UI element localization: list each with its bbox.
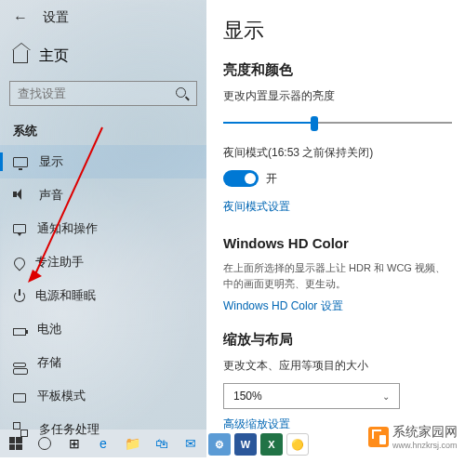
hdcolor-link[interactable]: Windows HD Color 设置 [223, 298, 452, 314]
nav-label: 显示 [39, 153, 63, 170]
nav-sound[interactable]: 声音 [0, 178, 206, 212]
watermark-logo-icon [368, 427, 389, 447]
chevron-down-icon: ⌄ [382, 391, 390, 402]
nav-notifications[interactable]: 通知和操作 [0, 212, 206, 245]
watermark-url: www.hnzkrsj.com [392, 441, 458, 450]
window-title: 设置 [43, 9, 69, 26]
category-heading: 系统 [0, 113, 206, 145]
scale-value: 150% [233, 390, 262, 403]
nav-display[interactable]: 显示 [0, 145, 206, 178]
tablet-icon [13, 393, 26, 403]
storage-icon [13, 363, 26, 367]
power-icon [14, 291, 25, 302]
notify-icon [13, 224, 26, 233]
settings-app-icon[interactable]: ⚙ [208, 433, 231, 456]
main-content: 显示 亮度和颜色 更改内置显示器的亮度 夜间模式(16:53 之前保持关闭) 开… [206, 0, 465, 448]
nightlight-toggle[interactable]: 开 [223, 170, 277, 187]
search-box[interactable] [9, 81, 197, 106]
nav-label: 电池 [37, 321, 61, 337]
scale-label: 更改文本、应用等项目的大小 [223, 358, 452, 374]
home-nav[interactable]: 主页 [0, 39, 206, 73]
page-title: 显示 [223, 17, 452, 45]
nav-label: 电源和睡眠 [35, 287, 96, 304]
scale-heading: 缩放与布局 [223, 331, 452, 349]
home-label: 主页 [39, 46, 69, 66]
nav-power[interactable]: 电源和睡眠 [0, 279, 206, 312]
nav-storage[interactable]: 存储 [0, 346, 206, 379]
focus-icon [12, 256, 28, 271]
nav-multitask[interactable]: 多任务处理 [0, 413, 206, 446]
home-icon [13, 50, 28, 63]
hdcolor-heading: Windows HD Color [223, 235, 452, 251]
nav-label: 存储 [37, 354, 61, 371]
sound-icon [13, 188, 28, 203]
nav-focus[interactable]: 专注助手 [0, 245, 206, 279]
watermark-text: 系统家园网 [392, 424, 458, 441]
nav-label: 通知和操作 [37, 220, 98, 237]
nav-label: 声音 [39, 187, 63, 204]
brightness-label: 更改内置显示器的亮度 [223, 88, 452, 104]
display-icon [13, 157, 28, 167]
multitask-icon [13, 422, 28, 437]
brightness-heading: 亮度和颜色 [223, 61, 452, 79]
back-button[interactable]: ← [13, 9, 28, 26]
nav-battery[interactable]: 电池 [0, 312, 206, 346]
nightlight-settings-link[interactable]: 夜间模式设置 [223, 199, 452, 215]
nav-label: 多任务处理 [39, 421, 100, 438]
search-icon [176, 87, 189, 100]
toggle-switch-icon [223, 170, 259, 187]
watermark: 系统家园网 www.hnzkrsj.com [368, 424, 458, 450]
nav-label: 专注助手 [35, 254, 84, 271]
nightlight-label: 夜间模式(16:53 之前保持关闭) [223, 145, 452, 161]
settings-sidebar: ← 设置 主页 系统 显示 声音 通知和操作 [0, 0, 206, 448]
toggle-state: 开 [266, 171, 277, 187]
nav-project[interactable]: 投影到此电脑 [0, 446, 206, 448]
scale-dropdown[interactable]: 150% ⌄ [223, 383, 400, 409]
app-icons-row: ⚙ W X 🟡 [208, 433, 309, 456]
brightness-slider[interactable] [223, 113, 452, 132]
word-icon[interactable]: W [234, 433, 257, 456]
chrome-icon[interactable]: 🟡 [286, 433, 309, 456]
search-input[interactable] [18, 86, 176, 100]
nav-label: 平板模式 [37, 388, 86, 404]
excel-icon[interactable]: X [260, 433, 283, 456]
nav-tablet[interactable]: 平板模式 [0, 379, 206, 413]
hdcolor-desc: 在上面所选择的显示器上让 HDR 和 WCG 视频、中的画面更明亮、更生动。 [223, 260, 452, 291]
battery-icon [13, 328, 26, 336]
